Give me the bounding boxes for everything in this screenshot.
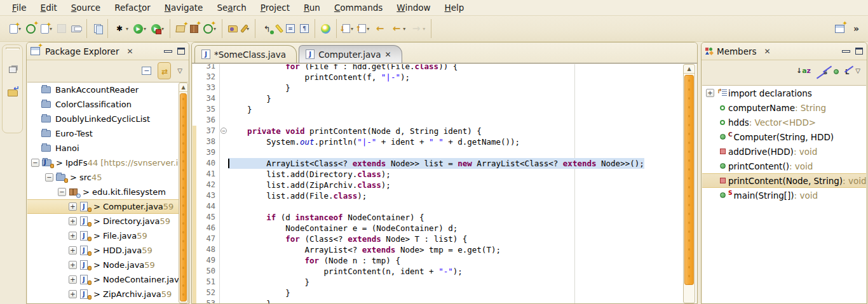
expander-icon[interactable]: + <box>69 275 77 284</box>
expander-icon[interactable]: − <box>31 159 39 167</box>
open-resource-button[interactable] <box>227 24 239 34</box>
expander-icon[interactable]: + <box>69 246 77 254</box>
menu-item-navigate[interactable]: Navigate <box>158 1 210 15</box>
tree-item-ziparchiv.java[interactable]: +> ZipArchiv.java 59 <box>27 287 188 301</box>
code-line-49[interactable]: 49 for (Node n : tmp) { <box>193 255 680 266</box>
code-line-38[interactable]: 38 System.out.println("|-" + ident + " "… <box>193 136 680 147</box>
dropdown-arrow-icon[interactable]: ▾ <box>126 26 128 32</box>
member-item-printcontent[interactable]: printContent() : void <box>702 159 866 173</box>
dropdown-arrow-icon[interactable]: ▾ <box>423 26 425 32</box>
menu-item-source[interactable]: Source <box>64 1 107 15</box>
member-item-import declarations[interactable]: +import declarations <box>702 86 866 100</box>
expander-icon[interactable]: + <box>69 261 77 269</box>
expander-icon[interactable]: + <box>69 290 77 298</box>
code-line-33[interactable]: 33 } <box>193 83 680 93</box>
menu-item-help[interactable]: Help <box>438 1 471 15</box>
minimize-button[interactable] <box>842 50 850 53</box>
view-menu-button[interactable]: ▽ <box>855 67 860 74</box>
code-line-36[interactable]: 36 <box>193 115 680 126</box>
last-edit-location-button[interactable]: ← <box>373 22 387 36</box>
expander-icon[interactable]: + <box>69 202 77 211</box>
dropdown-arrow-icon[interactable]: ▾ <box>367 26 369 32</box>
expander-icon[interactable]: − <box>45 173 53 182</box>
minimized-view-button[interactable] <box>6 86 19 99</box>
scroll-up-arrow[interactable]: ▲ <box>684 65 695 74</box>
members-list[interactable]: +import declarationscomputerName : Strin… <box>702 85 866 303</box>
maximize-button[interactable] <box>177 48 185 55</box>
package-explorer-scrollbar[interactable]: ▲ <box>179 83 188 303</box>
dropdown-arrow-icon[interactable]: ▾ <box>214 26 216 32</box>
member-item-printcontent[interactable]: printContent(Node, String) : void <box>702 173 866 188</box>
drag-handle[interactable] <box>6 48 20 50</box>
open-perspective-button[interactable] <box>835 25 844 33</box>
menu-item-refactor[interactable]: Refactor <box>107 1 158 15</box>
mark-occurrences-button[interactable] <box>276 23 282 34</box>
tree-item-hdd.java[interactable]: +> HDD.java 59 <box>27 243 188 258</box>
code-line-42[interactable]: 42 list.add(ZipArchiv.class); <box>193 180 680 190</box>
restore-views-button[interactable] <box>6 63 19 76</box>
tree-item-src[interactable]: −> src 45 <box>27 170 188 185</box>
editor-scrollbar[interactable]: ▲ <box>683 64 695 303</box>
menu-item-window[interactable]: Window <box>390 1 437 15</box>
editor-tab-computer.java[interactable]: JComputer.java✕ <box>299 45 402 63</box>
tree-item-directory.java[interactable]: +> Directory.java 59 <box>27 214 188 228</box>
member-item-computername[interactable]: computerName : String <box>702 100 866 115</box>
tree-item-file.java[interactable]: +> File.java 59 <box>27 228 188 243</box>
code-line-40[interactable]: 40 ArrayList<Class<? extends Node>> list… <box>193 158 680 169</box>
previous-annotation-button[interactable]: ▾ <box>357 23 370 34</box>
next-annotation-button[interactable]: ▾ <box>341 23 355 34</box>
new-task-wizard-button[interactable]: ▾ <box>202 23 217 35</box>
expander-icon[interactable]: − <box>58 188 66 196</box>
code-line-31[interactable]: 31 for (File f : hdd.get(File.class)) { <box>193 64 680 72</box>
hide-nonpublic-toggle[interactable] <box>834 65 839 77</box>
tree-item-euro-test[interactable]: Euro-Test <box>27 126 188 141</box>
color-palette-button[interactable] <box>320 23 332 35</box>
open-documents-button[interactable] <box>92 23 103 34</box>
new-wizard-button[interactable]: ▾ <box>8 23 22 35</box>
new-view-wizard-button[interactable]: ▾ <box>39 23 53 35</box>
code-line-41[interactable]: 41 list.add(Directory.class); <box>193 169 680 180</box>
menu-item-edit[interactable]: Edit <box>34 1 64 15</box>
member-item-adddrive[interactable]: addDrive(HDD) : void <box>702 144 866 159</box>
link-with-editor-toggle[interactable]: ⇄ <box>158 62 171 79</box>
fold-collapse-icon[interactable]: − <box>220 128 227 134</box>
member-item-computer[interactable]: CComputer(String, HDD) <box>702 129 866 144</box>
goto-declaration-button[interactable]: ↰ <box>260 22 274 36</box>
fold-column[interactable]: − <box>219 126 228 136</box>
tree-item-computer.java[interactable]: +> Computer.java 59 <box>27 199 188 214</box>
menu-item-project[interactable]: Project <box>254 1 297 15</box>
run-button[interactable]: ▶▾ <box>132 23 147 35</box>
menu-item-search[interactable]: Search <box>210 1 253 15</box>
code-area[interactable]: 31 for (File f : hdd.get(File.class)) {3… <box>193 64 696 303</box>
close-icon[interactable]: ✕ <box>764 47 771 56</box>
dropdown-arrow-icon[interactable]: ▾ <box>144 26 146 32</box>
menu-item-run[interactable]: Run <box>297 1 327 15</box>
code-line-48[interactable]: 48 ArrayList<? extends Node> tmp = e.get… <box>193 244 680 255</box>
dropdown-arrow-icon[interactable]: ▾ <box>351 26 353 32</box>
code-line-46[interactable]: 46 NodeContainer e = (NodeContainer) d; <box>193 223 680 234</box>
sort-button[interactable]: ↓az <box>796 67 811 75</box>
expander-icon[interactable]: + <box>706 89 714 97</box>
code-line-47[interactable]: 47 for (Class<? extends Node> T : list) … <box>193 234 680 244</box>
code-line-53[interactable]: 53 } <box>193 298 680 303</box>
hide-static-toggle[interactable]: s <box>824 65 827 77</box>
code-line-43[interactable]: 43 list.add(File.class); <box>193 190 680 201</box>
scrollbar-thumb[interactable] <box>180 93 187 301</box>
collapse-all-button[interactable]: − <box>142 67 151 75</box>
scroll-up-arrow[interactable]: ▲ <box>179 83 187 92</box>
code-line-52[interactable]: 52 } <box>193 287 680 298</box>
menu-item-commands[interactable]: Commands <box>327 1 390 15</box>
close-icon[interactable]: ✕ <box>126 47 133 56</box>
maximize-button[interactable] <box>855 48 863 55</box>
toolbar-overflow-chevron[interactable]: » <box>853 23 858 34</box>
code-line-39[interactable]: 39 <box>193 147 680 158</box>
menu-item-file[interactable]: File <box>5 1 34 15</box>
view-menu-button[interactable]: ▽ <box>177 67 182 74</box>
tree-item-colorclassification[interactable]: ColorClassification <box>27 97 188 112</box>
tree-item-nodecontainer.java[interactable]: +> NodeContainer.java <box>27 272 188 287</box>
scrollbar-thumb[interactable] <box>684 75 694 285</box>
print-button[interactable] <box>70 24 82 34</box>
tree-item-node.java[interactable]: +> Node.java 59 <box>27 258 188 272</box>
package-explorer-tab[interactable]: Package Explorer ✕ <box>31 46 133 56</box>
run-external-tools-button[interactable]: ▶▾ <box>150 23 165 35</box>
